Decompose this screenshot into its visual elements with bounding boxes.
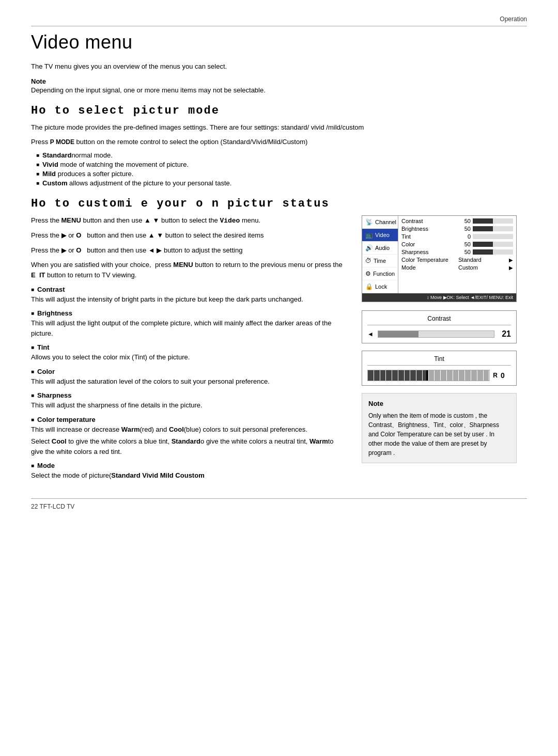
setting-sharpness-label: Sharpness	[401, 249, 458, 255]
top-bar: Operation	[31, 15, 527, 26]
audio-label: Audio	[375, 245, 390, 251]
tint-seg-3	[380, 370, 386, 381]
section1-title: Ho to select pictur mode	[31, 104, 527, 117]
sub-colortemp-title: Color temperature	[31, 416, 346, 423]
setting-brightness-bar	[473, 226, 513, 231]
tint-seg-12	[435, 370, 441, 381]
tint-seg-7	[405, 370, 411, 381]
contrast-bar-fill	[473, 218, 493, 224]
sidebar-video: 📺 Video	[362, 229, 398, 242]
contrast-arrow-left: ◄	[367, 330, 374, 338]
tint-seg-18	[471, 370, 477, 381]
bullet-bold-custom: Custom	[42, 179, 67, 187]
contrast-slider-fill	[378, 331, 419, 337]
page: Operation Video menu The TV menu gives y…	[0, 0, 558, 756]
left-column: Press the MENU button and then use ▲ ▼ b…	[31, 215, 346, 483]
sub-mode-title: Mode	[31, 462, 346, 469]
note-box-right: Note Only when the item of mode is custo…	[362, 393, 517, 463]
sub-contrast-title: Contrast	[31, 286, 346, 293]
setting-tint-label: Tint	[401, 233, 458, 240]
tint-seg-13	[441, 370, 447, 381]
sub-brightness-text: This will adjust the light output of the…	[31, 318, 346, 338]
two-col-layout: Press the MENU button and then use ▲ ▼ b…	[31, 215, 527, 483]
sub-sharpness-text: This will adjust the sharpness of fine d…	[31, 400, 346, 411]
tint-seg-19	[477, 370, 484, 381]
tint-seg-20	[484, 370, 490, 381]
setting-brightness-value: 50	[458, 226, 471, 232]
pmode-label: P MODE	[50, 138, 74, 146]
note-block-1: Note Depending on the input signal, one …	[31, 77, 527, 94]
setting-contrast-label: Contrast	[401, 218, 458, 224]
tint-seg-5	[392, 370, 398, 381]
function-label: Function	[373, 271, 395, 277]
exit-btn: E IT	[31, 271, 45, 279]
intro-text: The TV menu gives you an overview of the…	[31, 62, 527, 70]
warm-label2: Warm	[309, 437, 328, 445]
setting-mode-value: Custom	[458, 264, 509, 271]
sidebar-channel: 📡 Channel	[362, 216, 398, 229]
warm-label: Warm	[121, 426, 140, 433]
bullet-standard: Standardnormal mode.	[36, 151, 527, 159]
standard-label: Standard	[172, 437, 200, 445]
setting-sharpness-value: 50	[458, 249, 471, 255]
note1-label: Note	[31, 77, 527, 85]
contrast-box-title: Contrast	[367, 315, 511, 325]
setting-colortemp-value: Standard	[458, 257, 509, 263]
sub-color-title: Color	[31, 368, 346, 375]
section-label: Operation	[500, 15, 527, 23]
sub-mode-text: Select the mode of picture(Standard Vivi…	[31, 470, 346, 481]
colortemp-arrow: ▶	[509, 257, 513, 263]
bottom-bar: 22 TFT-LCD TV	[31, 498, 527, 510]
section2-line1: Press the MENU button and then use ▲ ▼ b…	[31, 215, 346, 226]
contrast-slider-row: ◄ 21	[367, 329, 511, 339]
contrast-slider-track	[378, 330, 494, 338]
tv-menu-content-row: 📡 Channel 📺 Video 🔊 Audio ⏱	[362, 216, 516, 293]
bullet-bold-standard: Standard	[42, 151, 71, 159]
color-bar-fill	[473, 242, 493, 247]
mode-arrow: ▶	[509, 265, 513, 271]
cool-label2: Cool	[52, 437, 67, 445]
sub-colortemp-text2: Select Cool to give the white colors a b…	[31, 436, 346, 456]
video-icon: 📺	[365, 231, 373, 239]
menu-btn-1: MENU	[61, 216, 81, 224]
ok-btn-2: O	[76, 246, 81, 254]
section2-title: Ho to customi e your o n pictur status	[31, 197, 527, 210]
tint-seg-6	[398, 370, 405, 381]
tint-seg-11	[429, 370, 435, 381]
bullet-bold-mild: Mild	[42, 170, 56, 178]
tint-seg-14	[447, 370, 453, 381]
tv-menu-settings: Contrast 50 Brightness 50	[398, 216, 516, 293]
sidebar-audio: 🔊 Audio	[362, 242, 398, 255]
tint-bar-outer	[367, 370, 490, 381]
setting-brightness: Brightness 50	[401, 226, 513, 232]
tv-menu-sidebar: 📡 Channel 📺 Video 🔊 Audio ⏱	[362, 216, 398, 293]
channel-icon: 📡	[365, 218, 373, 226]
audio-icon: 🔊	[365, 244, 373, 251]
section1-bullets: Standardnormal mode. Vivid mode of watch…	[36, 151, 527, 187]
mode-options: Standard Vivid Mild Coustom	[111, 471, 204, 479]
time-icon: ⏱	[365, 257, 371, 264]
setting-tint: Tint 0	[401, 233, 513, 240]
tint-seg-2	[374, 370, 380, 381]
setting-mode-label: Mode	[401, 264, 458, 271]
menu-btn-2: MENU	[173, 261, 193, 269]
tint-seg-16	[459, 370, 465, 381]
page-title: Video menu	[31, 32, 527, 53]
sidebar-time: ⏱ Time	[362, 255, 398, 267]
note2-label: Note	[368, 399, 510, 409]
tint-segments	[368, 370, 489, 381]
brightness-bar-fill	[473, 226, 493, 231]
setting-colortemp-label: Color Temperature	[401, 257, 458, 263]
contrast-box: Contrast ◄ 21	[362, 310, 517, 343]
bullet-vivid: Vivid mode of watching the movement of p…	[36, 161, 527, 168]
setting-contrast-value: 50	[458, 218, 471, 224]
setting-sharpness-bar	[473, 249, 513, 255]
section1-desc: The picture mode provides the pre-define…	[31, 122, 527, 133]
setting-contrast-bar	[473, 218, 513, 224]
tint-seg-8	[410, 370, 416, 381]
function-icon: ⚙	[365, 270, 371, 277]
tint-r-label: R	[493, 372, 498, 379]
sub-sharpness-title: Sharpness	[31, 391, 346, 399]
contrast-value: 21	[499, 329, 511, 339]
right-column: 📡 Channel 📺 Video 🔊 Audio ⏱	[362, 215, 527, 483]
